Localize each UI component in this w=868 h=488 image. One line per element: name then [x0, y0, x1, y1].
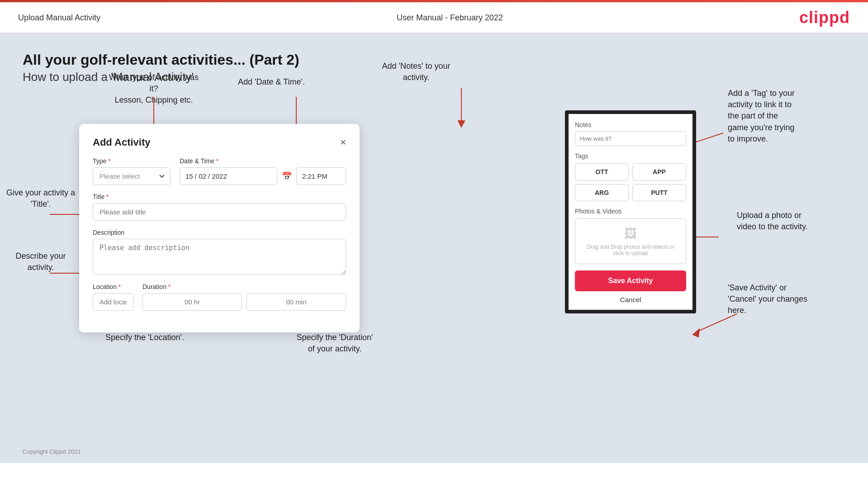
phone-panel: Notes Tags OTT APP ARG PUTT Photos & Vid… — [565, 110, 696, 313]
datetime-group: Date & Time * 📅 — [180, 157, 346, 185]
annotation-date-time: Add 'Date & Time'. — [226, 76, 317, 88]
close-button[interactable]: × — [340, 137, 346, 147]
cancel-link[interactable]: Cancel — [575, 296, 686, 303]
save-activity-button[interactable]: Save Activity — [575, 270, 686, 291]
location-group: Location * — [93, 283, 133, 311]
time-input[interactable] — [296, 167, 346, 185]
annotation-save-cancel: 'Save Activity' or'Cancel' your changesh… — [728, 282, 863, 317]
duration-label: Duration * — [142, 283, 346, 290]
annotation-describe: Describe youractivity. — [0, 251, 81, 273]
copyright: Copyright Clippd 2021 — [23, 448, 81, 455]
annotation-upload: Upload a photo orvideo to the activity. — [737, 210, 854, 232]
duration-min-input[interactable] — [247, 293, 346, 311]
location-label: Location * — [93, 283, 133, 290]
date-time-group: 📅 — [180, 167, 346, 185]
title-input-label: Title * — [93, 193, 346, 200]
dialog-title: Add Activity — [93, 137, 151, 148]
type-select[interactable]: Please select — [93, 167, 171, 185]
location-duration-row: Location * Duration * — [93, 283, 346, 311]
datetime-label: Date & Time * — [180, 157, 346, 165]
annotation-title: Give your activity a'Title'. — [0, 187, 81, 210]
duration-hr-input[interactable] — [142, 293, 242, 311]
svg-line-9 — [696, 314, 737, 332]
tag-ott[interactable]: OTT — [575, 163, 629, 180]
upload-text: Drag and Drop photos and videos orclick … — [580, 244, 681, 256]
arrow-notes — [443, 83, 479, 133]
type-label: Type * — [93, 157, 171, 165]
annotation-notes: Add 'Notes' to youractivity. — [357, 61, 475, 83]
tags-label: Tags — [575, 152, 686, 160]
duration-group: Duration * — [142, 283, 346, 311]
main-content: All your golf-relevant activities... (Pa… — [0, 33, 868, 463]
add-activity-dialog: Add Activity × Type * Please select Date… — [79, 124, 360, 332]
annotation-location: Specify the 'Location'. — [100, 332, 190, 343]
photos-label: Photos & Videos — [575, 208, 686, 215]
date-input[interactable] — [180, 167, 277, 185]
notes-label: Notes — [575, 121, 686, 128]
page-left-title: Upload Manual Activity — [18, 13, 100, 23]
tag-arg[interactable]: ARG — [575, 184, 629, 201]
calendar-icon[interactable]: 📅 — [282, 171, 292, 181]
title-input[interactable] — [93, 203, 346, 221]
location-input[interactable] — [93, 293, 133, 311]
notes-input[interactable] — [575, 131, 686, 146]
annotation-tag: Add a 'Tag' to youractivity to link it t… — [728, 88, 854, 145]
description-label: Description — [93, 229, 346, 236]
annotation-activity-type: What type of activity was it?Lesson, Chi… — [104, 72, 204, 106]
tag-app[interactable]: APP — [632, 163, 686, 180]
annotation-duration: Specify the 'Duration'of your activity. — [276, 332, 394, 355]
dialog-header: Add Activity × — [93, 137, 346, 148]
top-bar: Upload Manual Activity User Manual - Feb… — [0, 0, 868, 33]
type-group: Type * Please select — [93, 157, 171, 185]
upload-area[interactable]: 🖼 Drag and Drop photos and videos orclic… — [575, 218, 686, 264]
title-group: Title * — [93, 193, 346, 221]
page-center-title: User Manual - February 2022 — [397, 13, 503, 23]
description-group: Description — [93, 229, 346, 275]
upload-icon: 🖼 — [580, 226, 681, 241]
tags-grid: OTT APP ARG PUTT — [575, 163, 686, 201]
description-input[interactable] — [93, 239, 346, 275]
duration-inputs — [142, 293, 346, 311]
type-datetime-row: Type * Please select Date & Time * 📅 — [93, 157, 346, 185]
tag-putt[interactable]: PUTT — [632, 184, 686, 201]
logo: clippd — [799, 8, 850, 27]
phone-inner: Notes Tags OTT APP ARG PUTT Photos & Vid… — [569, 114, 693, 310]
